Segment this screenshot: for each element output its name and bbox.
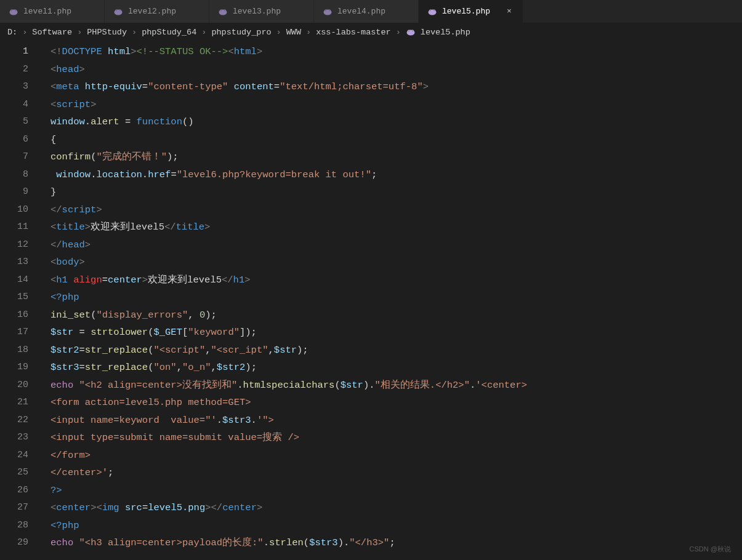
line-number: 25 [0, 464, 42, 482]
code-token: 欢迎来到level5 [91, 222, 164, 233]
line-number-gutter: 1234567891011121314151617181920212223242… [0, 41, 42, 552]
breadcrumb-item[interactable]: phpStudy_64 [142, 28, 196, 37]
code-token: > [423, 81, 429, 92]
code-line[interactable]: } [42, 183, 742, 201]
elephant-icon [406, 27, 416, 37]
code-line[interactable]: <script> [42, 96, 742, 114]
code-token: { [50, 134, 56, 145]
code-token: '"> [257, 415, 274, 426]
breadcrumb-item[interactable]: PHPStudy [87, 28, 127, 37]
code-token: "相关的结果.</h2>" [375, 380, 470, 391]
svg-point-13 [221, 10, 222, 11]
code-line[interactable]: <?php [42, 289, 742, 306]
code-line[interactable]: $str3=str_replace("on","o_n",$str2); [42, 359, 742, 377]
svg-point-19 [329, 10, 330, 11]
breadcrumb-item[interactable]: Software [32, 28, 72, 37]
code-token: strtolower [91, 327, 148, 338]
code-line[interactable]: $str2=str_replace("<script","<scr_ipt",$… [42, 342, 742, 359]
code-line[interactable]: </center>'; [42, 464, 742, 482]
code-line[interactable]: $str = strtolower($_GET["keyword"]); [42, 324, 742, 342]
code-token: <!--STATUS OK--> [137, 46, 228, 57]
code-token: < [50, 99, 56, 110]
code-token: = [73, 327, 91, 338]
code-line[interactable]: <head> [42, 61, 742, 79]
code-token: <! [50, 46, 62, 57]
code-token: <?php [50, 292, 79, 303]
code-token: ( [304, 537, 309, 548]
code-line[interactable]: window.location.href="level6.php?keyword… [42, 166, 742, 184]
code-token: < [50, 274, 56, 286]
tab-level5-php[interactable]: level5.php× [419, 0, 523, 23]
code-token: . [264, 537, 269, 548]
code-line[interactable]: <!DOCTYPE html><!--STATUS OK--><html> [42, 43, 742, 61]
code-token: > [79, 64, 85, 75]
code-line[interactable]: echo "<h3 align=center>payload的长度:".strl… [42, 534, 742, 552]
line-number: 1 [0, 43, 42, 61]
code-token: 欢迎来到level5 [148, 274, 222, 286]
code-token: ); [167, 151, 179, 162]
code-token: h1 [56, 274, 73, 286]
code-line[interactable]: <input name=keyword value="'.$str3.'"> [42, 412, 742, 430]
tab-level2-php[interactable]: level2.php [105, 0, 209, 23]
code-token: "<h2 align=center>没有找到和" [79, 380, 238, 391]
code-line[interactable]: </form> [42, 447, 742, 465]
line-number: 26 [0, 482, 42, 500]
code-token: "text/html;charset=utf-8" [280, 81, 423, 92]
code-line[interactable]: window.alert = function() [42, 113, 742, 131]
code-token: script [56, 99, 91, 110]
breadcrumb-item[interactable]: xss-labs-master [316, 28, 391, 37]
code-line[interactable]: <input type=submit name=submit value=搜索 … [42, 429, 742, 447]
tab-level1-php[interactable]: level1.php [0, 0, 105, 23]
code-token: "<h3 align=center>payload的长度:" [79, 537, 264, 548]
code-token: title [176, 222, 205, 233]
code-editor[interactable]: 1234567891011121314151617181920212223242… [0, 41, 742, 552]
breadcrumb-item[interactable]: level5.php [421, 28, 470, 37]
code-line[interactable]: <body> [42, 254, 742, 271]
code-token: ( [334, 380, 340, 391]
code-line[interactable]: confirm("完成的不错！"); [42, 148, 742, 166]
breadcrumb-item[interactable]: WWW [286, 28, 301, 37]
code-token [50, 169, 56, 180]
tab-label: level1.php [23, 7, 71, 16]
code-area[interactable]: <!DOCTYPE html><!--STATUS OK--><html><he… [42, 41, 742, 552]
line-number: 5 [0, 113, 42, 131]
code-line[interactable]: </script> [42, 201, 742, 219]
code-token: ). [363, 380, 375, 391]
code-line[interactable]: <form action=level5.php method=GET> [42, 394, 742, 412]
breadcrumb: D:›Software›PHPStudy›phpStudy_64›phpstud… [0, 23, 742, 41]
svg-point-3 [12, 10, 12, 11]
code-token: strlen [269, 537, 304, 548]
chevron-right-icon: › [20, 28, 30, 37]
breadcrumb-item[interactable]: D: [7, 28, 17, 37]
code-token: </ [50, 239, 62, 250]
code-line[interactable]: ?> [42, 482, 742, 500]
code-line[interactable]: <h1 align=center>欢迎来到level5</h1> [42, 271, 742, 289]
tab-level3-php[interactable]: level3.php [209, 0, 314, 23]
code-token: > [85, 239, 91, 250]
code-line[interactable]: <meta http-equiv="content-type" content=… [42, 78, 742, 96]
code-token: . [251, 415, 257, 426]
code-token: "keyword" [188, 327, 240, 338]
chevron-right-icon: › [199, 28, 209, 37]
code-line[interactable]: <?php [42, 517, 742, 535]
close-icon[interactable]: × [504, 7, 514, 17]
code-token: > [205, 502, 211, 513]
code-line[interactable]: echo "<h2 align=center>没有找到和".htmlspecia… [42, 377, 742, 394]
code-token: center [222, 502, 257, 513]
line-number: 14 [0, 271, 42, 289]
code-line[interactable]: ini_set("display_errors", 0); [42, 306, 742, 324]
line-number: 18 [0, 342, 42, 359]
svg-point-23 [430, 10, 431, 11]
code-token: location [96, 169, 142, 180]
breadcrumb-item[interactable]: phpstudy_pro [211, 28, 271, 37]
code-token: str_replace [85, 362, 148, 373]
elephant-icon [427, 7, 437, 17]
code-line[interactable]: { [42, 131, 742, 149]
code-line[interactable]: <title>欢迎来到level5</title> [42, 218, 742, 236]
code-line[interactable]: <center><img src=level5.png></center> [42, 499, 742, 517]
code-token: str_replace [85, 345, 148, 356]
tab-level4-php[interactable]: level4.php [314, 0, 419, 23]
svg-point-8 [116, 10, 117, 11]
svg-point-24 [434, 10, 435, 11]
code-line[interactable]: </head> [42, 236, 742, 254]
